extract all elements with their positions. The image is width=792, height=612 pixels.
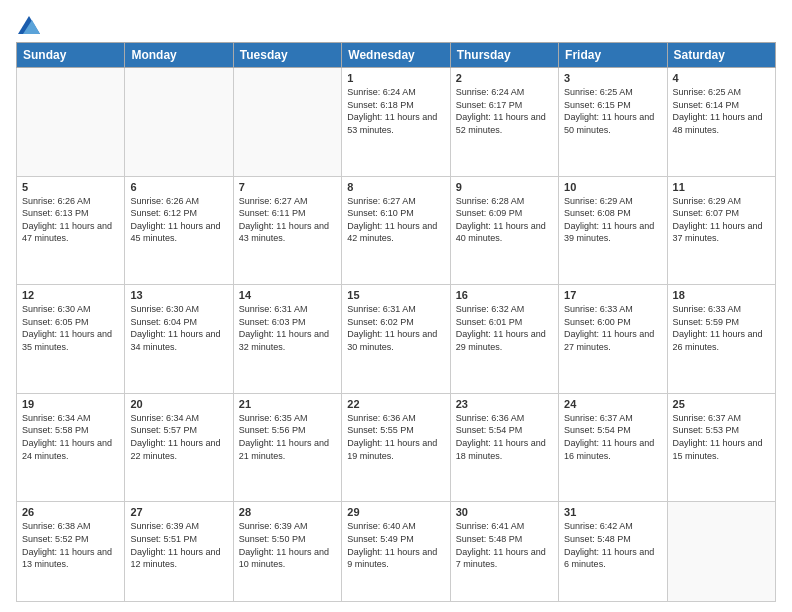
calendar-cell: 10Sunrise: 6:29 AMSunset: 6:08 PMDayligh… [559, 176, 667, 285]
calendar-cell: 13Sunrise: 6:30 AMSunset: 6:04 PMDayligh… [125, 285, 233, 394]
cell-date-number: 1 [347, 72, 444, 84]
cell-info-text: Sunrise: 6:26 AMSunset: 6:12 PMDaylight:… [130, 195, 227, 245]
calendar-cell: 2Sunrise: 6:24 AMSunset: 6:17 PMDaylight… [450, 68, 558, 177]
cell-info-text: Sunrise: 6:31 AMSunset: 6:03 PMDaylight:… [239, 303, 336, 353]
cell-info-text: Sunrise: 6:39 AMSunset: 5:50 PMDaylight:… [239, 520, 336, 570]
calendar-cell: 19Sunrise: 6:34 AMSunset: 5:58 PMDayligh… [17, 393, 125, 502]
cell-date-number: 31 [564, 506, 661, 518]
cell-info-text: Sunrise: 6:35 AMSunset: 5:56 PMDaylight:… [239, 412, 336, 462]
cell-info-text: Sunrise: 6:30 AMSunset: 6:04 PMDaylight:… [130, 303, 227, 353]
calendar-cell [17, 68, 125, 177]
calendar-cell: 30Sunrise: 6:41 AMSunset: 5:48 PMDayligh… [450, 502, 558, 602]
cell-info-text: Sunrise: 6:42 AMSunset: 5:48 PMDaylight:… [564, 520, 661, 570]
weekday-header-friday: Friday [559, 43, 667, 68]
cell-info-text: Sunrise: 6:33 AMSunset: 5:59 PMDaylight:… [673, 303, 770, 353]
cell-date-number: 24 [564, 398, 661, 410]
cell-date-number: 26 [22, 506, 119, 518]
cell-date-number: 2 [456, 72, 553, 84]
cell-date-number: 8 [347, 181, 444, 193]
calendar-cell: 23Sunrise: 6:36 AMSunset: 5:54 PMDayligh… [450, 393, 558, 502]
calendar-cell: 14Sunrise: 6:31 AMSunset: 6:03 PMDayligh… [233, 285, 341, 394]
calendar-cell: 26Sunrise: 6:38 AMSunset: 5:52 PMDayligh… [17, 502, 125, 602]
cell-date-number: 6 [130, 181, 227, 193]
week-row-5: 26Sunrise: 6:38 AMSunset: 5:52 PMDayligh… [17, 502, 776, 602]
calendar-cell: 7Sunrise: 6:27 AMSunset: 6:11 PMDaylight… [233, 176, 341, 285]
cell-info-text: Sunrise: 6:25 AMSunset: 6:14 PMDaylight:… [673, 86, 770, 136]
cell-info-text: Sunrise: 6:39 AMSunset: 5:51 PMDaylight:… [130, 520, 227, 570]
calendar-cell: 17Sunrise: 6:33 AMSunset: 6:00 PMDayligh… [559, 285, 667, 394]
calendar-header-row: SundayMondayTuesdayWednesdayThursdayFrid… [17, 43, 776, 68]
cell-date-number: 15 [347, 289, 444, 301]
cell-info-text: Sunrise: 6:27 AMSunset: 6:10 PMDaylight:… [347, 195, 444, 245]
cell-date-number: 14 [239, 289, 336, 301]
weekday-header-tuesday: Tuesday [233, 43, 341, 68]
cell-date-number: 27 [130, 506, 227, 518]
calendar-cell: 8Sunrise: 6:27 AMSunset: 6:10 PMDaylight… [342, 176, 450, 285]
cell-date-number: 22 [347, 398, 444, 410]
calendar-cell: 24Sunrise: 6:37 AMSunset: 5:54 PMDayligh… [559, 393, 667, 502]
cell-date-number: 12 [22, 289, 119, 301]
week-row-4: 19Sunrise: 6:34 AMSunset: 5:58 PMDayligh… [17, 393, 776, 502]
week-row-1: 1Sunrise: 6:24 AMSunset: 6:18 PMDaylight… [17, 68, 776, 177]
cell-info-text: Sunrise: 6:37 AMSunset: 5:53 PMDaylight:… [673, 412, 770, 462]
calendar-cell: 11Sunrise: 6:29 AMSunset: 6:07 PMDayligh… [667, 176, 775, 285]
cell-info-text: Sunrise: 6:28 AMSunset: 6:09 PMDaylight:… [456, 195, 553, 245]
calendar-cell [125, 68, 233, 177]
cell-date-number: 5 [22, 181, 119, 193]
logo-icon [18, 16, 40, 34]
cell-info-text: Sunrise: 6:33 AMSunset: 6:00 PMDaylight:… [564, 303, 661, 353]
cell-date-number: 10 [564, 181, 661, 193]
calendar-cell: 4Sunrise: 6:25 AMSunset: 6:14 PMDaylight… [667, 68, 775, 177]
cell-date-number: 29 [347, 506, 444, 518]
header [16, 16, 776, 32]
calendar-cell: 31Sunrise: 6:42 AMSunset: 5:48 PMDayligh… [559, 502, 667, 602]
cell-date-number: 25 [673, 398, 770, 410]
calendar-cell: 16Sunrise: 6:32 AMSunset: 6:01 PMDayligh… [450, 285, 558, 394]
calendar-cell: 18Sunrise: 6:33 AMSunset: 5:59 PMDayligh… [667, 285, 775, 394]
calendar-cell: 12Sunrise: 6:30 AMSunset: 6:05 PMDayligh… [17, 285, 125, 394]
cell-date-number: 18 [673, 289, 770, 301]
cell-info-text: Sunrise: 6:30 AMSunset: 6:05 PMDaylight:… [22, 303, 119, 353]
cell-date-number: 28 [239, 506, 336, 518]
calendar-cell: 21Sunrise: 6:35 AMSunset: 5:56 PMDayligh… [233, 393, 341, 502]
calendar-cell: 27Sunrise: 6:39 AMSunset: 5:51 PMDayligh… [125, 502, 233, 602]
weekday-header-sunday: Sunday [17, 43, 125, 68]
cell-date-number: 11 [673, 181, 770, 193]
cell-info-text: Sunrise: 6:24 AMSunset: 6:18 PMDaylight:… [347, 86, 444, 136]
weekday-header-saturday: Saturday [667, 43, 775, 68]
calendar-cell [667, 502, 775, 602]
cell-info-text: Sunrise: 6:32 AMSunset: 6:01 PMDaylight:… [456, 303, 553, 353]
cell-info-text: Sunrise: 6:38 AMSunset: 5:52 PMDaylight:… [22, 520, 119, 570]
cell-date-number: 9 [456, 181, 553, 193]
cell-date-number: 3 [564, 72, 661, 84]
logo [16, 16, 40, 32]
cell-info-text: Sunrise: 6:26 AMSunset: 6:13 PMDaylight:… [22, 195, 119, 245]
calendar-cell: 29Sunrise: 6:40 AMSunset: 5:49 PMDayligh… [342, 502, 450, 602]
cell-info-text: Sunrise: 6:36 AMSunset: 5:54 PMDaylight:… [456, 412, 553, 462]
cell-date-number: 13 [130, 289, 227, 301]
calendar-cell: 22Sunrise: 6:36 AMSunset: 5:55 PMDayligh… [342, 393, 450, 502]
week-row-3: 12Sunrise: 6:30 AMSunset: 6:05 PMDayligh… [17, 285, 776, 394]
page: SundayMondayTuesdayWednesdayThursdayFrid… [0, 0, 792, 612]
cell-date-number: 21 [239, 398, 336, 410]
cell-info-text: Sunrise: 6:25 AMSunset: 6:15 PMDaylight:… [564, 86, 661, 136]
cell-info-text: Sunrise: 6:36 AMSunset: 5:55 PMDaylight:… [347, 412, 444, 462]
calendar-cell: 6Sunrise: 6:26 AMSunset: 6:12 PMDaylight… [125, 176, 233, 285]
calendar-cell: 28Sunrise: 6:39 AMSunset: 5:50 PMDayligh… [233, 502, 341, 602]
calendar-cell: 20Sunrise: 6:34 AMSunset: 5:57 PMDayligh… [125, 393, 233, 502]
cell-info-text: Sunrise: 6:27 AMSunset: 6:11 PMDaylight:… [239, 195, 336, 245]
cell-date-number: 4 [673, 72, 770, 84]
calendar-cell: 9Sunrise: 6:28 AMSunset: 6:09 PMDaylight… [450, 176, 558, 285]
weekday-header-wednesday: Wednesday [342, 43, 450, 68]
cell-info-text: Sunrise: 6:29 AMSunset: 6:07 PMDaylight:… [673, 195, 770, 245]
calendar-cell: 25Sunrise: 6:37 AMSunset: 5:53 PMDayligh… [667, 393, 775, 502]
cell-date-number: 20 [130, 398, 227, 410]
cell-info-text: Sunrise: 6:37 AMSunset: 5:54 PMDaylight:… [564, 412, 661, 462]
cell-info-text: Sunrise: 6:40 AMSunset: 5:49 PMDaylight:… [347, 520, 444, 570]
cell-date-number: 23 [456, 398, 553, 410]
cell-info-text: Sunrise: 6:34 AMSunset: 5:57 PMDaylight:… [130, 412, 227, 462]
cell-date-number: 19 [22, 398, 119, 410]
cell-date-number: 16 [456, 289, 553, 301]
cell-info-text: Sunrise: 6:34 AMSunset: 5:58 PMDaylight:… [22, 412, 119, 462]
cell-date-number: 30 [456, 506, 553, 518]
